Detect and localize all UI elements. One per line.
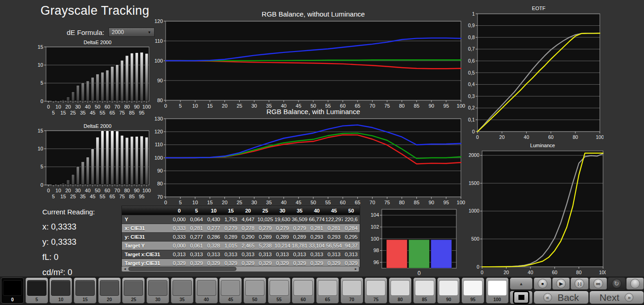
grayscale-patch-20-button[interactable]: 20 (98, 277, 121, 304)
grayscale-patch-90-button[interactable]: 90 (437, 277, 460, 304)
grayscale-patch-85-button[interactable]: 85 (413, 277, 436, 304)
refresh-button[interactable]: ↻ (608, 277, 626, 290)
stop-button[interactable]: ■ (534, 277, 552, 290)
grayscale-patch-40-button[interactable]: 40 (195, 277, 218, 304)
grayscale-patch-5-button[interactable]: 5 (25, 277, 48, 304)
grayscale-patch-15-button[interactable]: 15 (74, 277, 97, 304)
patch-level-label: 20 (107, 297, 112, 302)
infinity-icon: ∞ (593, 279, 603, 288)
patch-swatch (391, 280, 410, 296)
svg-text:104: 104 (371, 212, 379, 218)
svg-text:0: 0 (481, 270, 483, 275)
grayscale-patch-45-button[interactable]: 45 (219, 277, 242, 304)
svg-text:1000: 1000 (469, 208, 480, 213)
chevron-down-icon: ▼ (148, 30, 151, 35)
pattern-window-button[interactable] (510, 291, 533, 304)
table-row-label: x: CIE31 (122, 225, 171, 231)
table-column-header: 30 (274, 208, 291, 213)
svg-text:2000: 2000 (469, 152, 480, 158)
table-cell: 0,279 (274, 225, 291, 231)
svg-text:70: 70 (115, 104, 120, 109)
table-cell: 0,277 (188, 234, 205, 240)
svg-text:65: 65 (355, 200, 360, 205)
table-cell: 0,281 (308, 225, 325, 231)
de-formula-value: 2000 (112, 29, 124, 35)
patch-level-label: 35 (179, 297, 184, 302)
svg-text:95: 95 (139, 194, 144, 199)
svg-text:10: 10 (56, 188, 61, 193)
svg-text:15: 15 (60, 110, 66, 115)
current-reading-panel: Current Reading: x: 0,3333 y: 0,3333 fL:… (42, 208, 95, 277)
next-button[interactable]: Next » (589, 291, 644, 304)
pattern-window-icon (513, 291, 529, 304)
table-horizontal-scrollbar[interactable]: ◄ ► (121, 266, 359, 272)
table-cell: 0,293 (308, 234, 325, 240)
svg-text:100: 100 (142, 104, 150, 109)
table-row: x: CIE310,3330,2810,2770,2790,2780,2790,… (122, 224, 360, 232)
table-cell: 0,313 (171, 252, 188, 257)
patch-swatch (293, 280, 313, 296)
patch-level-label: 40 (204, 297, 209, 302)
grayscale-patch-65-button[interactable]: 65 (316, 277, 339, 304)
svg-text:60: 60 (552, 270, 558, 275)
grayscale-patch-0-button[interactable]: 0 (1, 277, 24, 304)
svg-text:5: 5 (40, 164, 43, 169)
patch-swatch (245, 280, 264, 296)
svg-text:0: 0 (40, 98, 43, 104)
svg-text:110: 110 (155, 142, 163, 147)
grayscale-patch-75-button[interactable]: 75 (364, 277, 387, 304)
grayscale-patch-25-button[interactable]: 25 (122, 277, 145, 304)
de-formula-label: dE Formula: (67, 29, 104, 36)
blank-button[interactable] (626, 277, 644, 290)
scroll-right-arrow-icon[interactable]: ► (353, 266, 359, 271)
grayscale-patch-70-button[interactable]: 70 (340, 277, 363, 304)
table-column-header: 10 (205, 208, 222, 213)
grayscale-patch-50-button[interactable]: 50 (243, 277, 266, 304)
svg-text:70: 70 (115, 188, 120, 193)
svg-text:20: 20 (222, 200, 227, 205)
grayscale-patch-30-button[interactable]: 30 (146, 277, 169, 304)
table-header-row: 05101520253035404550 (122, 206, 360, 215)
grayscale-patch-60-button[interactable]: 60 (292, 277, 315, 304)
svg-text:0,4: 0,4 (468, 81, 475, 87)
luminance-chart: 0500100015002000Luminance020406080100 (466, 141, 606, 281)
grayscale-patch-95-button[interactable]: 95 (461, 277, 484, 304)
svg-text:0,7: 0,7 (468, 46, 475, 52)
grayscale-patch-strip: 0510152025303540455055606570758085909510… (1, 277, 509, 304)
back-button[interactable]: « Back (534, 291, 589, 304)
grayscale-patch-10-button[interactable]: 10 (49, 277, 72, 304)
expand-pattern-panel-button[interactable]: ▲ (510, 277, 533, 290)
table-cell: 0,279 (222, 225, 239, 231)
de-formula-dropdown[interactable]: 2000 ▼ (109, 28, 155, 37)
infinity-button[interactable]: ∞ (589, 277, 607, 290)
table-column-header: 5 (188, 208, 205, 213)
play-button[interactable]: ▶ (552, 277, 570, 290)
grayscale-patch-35-button[interactable]: 35 (171, 277, 194, 304)
table-cell: 19,630 (274, 217, 291, 222)
patch-swatch (148, 280, 167, 296)
scrollbar-thumb[interactable] (128, 267, 236, 271)
stop-icon: ■ (538, 279, 547, 288)
table-cell: 18,781 (291, 243, 308, 248)
svg-text:35: 35 (266, 200, 272, 205)
table-cell: 0,289 (274, 234, 291, 240)
svg-text:130: 130 (155, 116, 163, 121)
current-reading-cdm2: cd/m²: 0 (42, 268, 95, 277)
grayscale-patch-55-button[interactable]: 55 (268, 277, 291, 304)
pause-button[interactable]: [-] (570, 277, 588, 290)
table-row-label: Target Y (122, 243, 171, 248)
patch-level-label: 15 (83, 297, 88, 302)
svg-text:0: 0 (164, 200, 167, 205)
table-cell: 0,329 (171, 260, 188, 266)
table-cell: 0,278 (239, 225, 256, 231)
patch-level-label: 75 (374, 297, 379, 302)
patch-swatch (463, 280, 483, 296)
patch-level-label: 65 (325, 297, 330, 302)
table-cell: 0,293 (325, 234, 342, 240)
refresh-icon: ↻ (612, 279, 621, 288)
svg-text:50: 50 (95, 104, 100, 109)
grayscale-patch-80-button[interactable]: 80 (389, 277, 412, 304)
scroll-left-arrow-icon[interactable]: ◄ (122, 266, 128, 271)
svg-text:15: 15 (60, 194, 66, 199)
grayscale-patch-100-button[interactable]: 100 (486, 277, 509, 304)
